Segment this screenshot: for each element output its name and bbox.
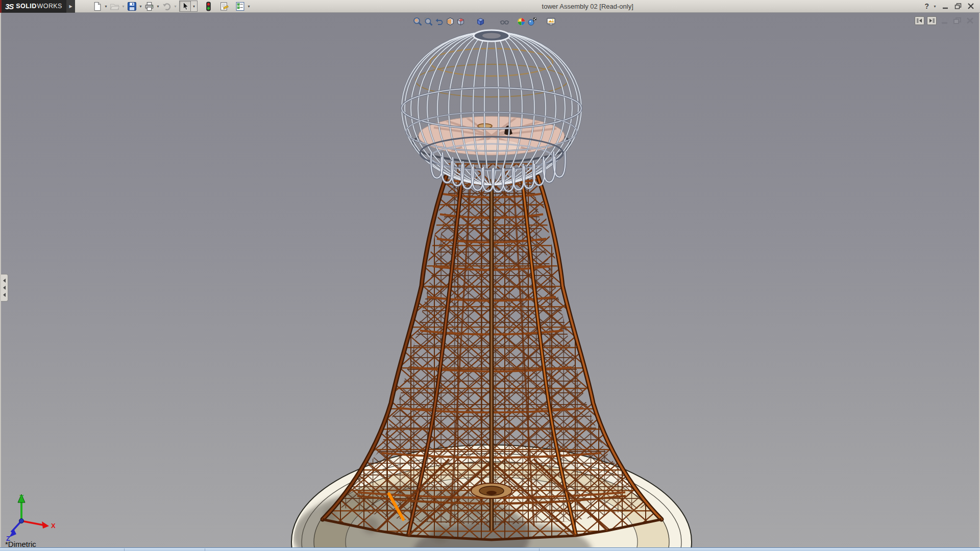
- save-dropdown[interactable]: ▾: [138, 4, 143, 9]
- feature-panel-handle[interactable]: [1, 274, 8, 302]
- zoom-to-fit-button[interactable]: [412, 16, 423, 27]
- open-dropdown[interactable]: ▾: [120, 4, 126, 9]
- section-view-icon: [445, 17, 455, 27]
- window-title: tower Assembly 02 [Read-only]: [252, 3, 923, 10]
- close-icon: [967, 3, 974, 9]
- status-separator: [205, 548, 205, 551]
- appearance-sphere-icon: [517, 17, 526, 27]
- edit-appearance-button[interactable]: [516, 16, 527, 27]
- options-button[interactable]: [234, 1, 246, 12]
- brand-word-solid: SOLID: [16, 3, 36, 10]
- view-settings-button[interactable]: [546, 16, 556, 27]
- graphics-viewport[interactable]: Y X Z *Dimetric: [0, 13, 980, 547]
- previous-view-icon: [434, 17, 444, 27]
- headsup-view-toolbar: [412, 16, 556, 27]
- traffic-light-icon: [204, 2, 213, 11]
- rebuild-button[interactable]: [203, 1, 214, 12]
- collapse-left-pane-button[interactable]: [915, 16, 924, 25]
- print-icon: [144, 2, 154, 11]
- view-settings-icon: [546, 17, 556, 27]
- restore-icon: [954, 3, 962, 9]
- expand-right-pane-button[interactable]: [927, 16, 937, 25]
- restore-button[interactable]: [952, 2, 963, 10]
- print-button[interactable]: [143, 1, 155, 12]
- open-folder-icon: [110, 2, 119, 11]
- open-document-button[interactable]: [109, 1, 120, 12]
- ds-monogram: 3S: [5, 2, 13, 11]
- triad-x-label: X: [51, 522, 56, 530]
- zoom-to-area-button[interactable]: [423, 16, 434, 27]
- view-orientation-cube-icon: [456, 17, 465, 27]
- document-close-icon: [966, 17, 974, 24]
- save-button[interactable]: [126, 1, 138, 12]
- options-dropdown[interactable]: ▾: [246, 4, 252, 9]
- model-lattice-tower: [323, 163, 662, 540]
- display-style-button[interactable]: [475, 16, 486, 27]
- collapse-arrow-icon: [3, 293, 6, 297]
- document-window-controls: [915, 16, 975, 25]
- new-document-icon: [92, 2, 102, 11]
- view-orientation-label: *Dimetric: [5, 540, 36, 547]
- previous-view-button[interactable]: [434, 16, 445, 27]
- undo-dropdown[interactable]: ▾: [173, 4, 178, 9]
- undo-icon: [162, 2, 172, 11]
- view-orientation-button[interactable]: [455, 16, 466, 27]
- section-view-button[interactable]: [445, 16, 455, 27]
- menu-flyout-arrow[interactable]: ▶: [66, 0, 75, 13]
- triad-y-label: Y: [19, 493, 24, 501]
- hide-show-items-button[interactable]: [499, 16, 510, 27]
- status-separator: [124, 548, 125, 551]
- eyeglasses-icon: [500, 17, 509, 27]
- minimize-button[interactable]: [940, 2, 950, 10]
- zoom-to-fit-icon: [413, 17, 423, 27]
- status-bar-strip: [0, 547, 980, 551]
- options-checklist-icon: [235, 2, 245, 11]
- brand-word-works: WORKS: [37, 3, 62, 10]
- select-tool-group: ▾: [179, 1, 198, 12]
- reference-triad[interactable]: Y X Z: [5, 492, 58, 541]
- zoom-to-area-icon: [424, 17, 433, 27]
- help-dropdown[interactable]: ▾: [932, 4, 938, 9]
- new-dropdown[interactable]: ▾: [103, 4, 109, 9]
- print-dropdown[interactable]: ▾: [155, 4, 161, 9]
- status-separator: [539, 548, 540, 551]
- apply-scene-icon: [527, 17, 537, 27]
- flyout-arrow-icon: ▶: [69, 4, 72, 9]
- expand-right-icon: [928, 18, 935, 23]
- help-button[interactable]: ?: [923, 2, 930, 10]
- document-close-button[interactable]: [965, 17, 975, 25]
- display-style-cube-icon: [476, 17, 485, 27]
- file-properties-button[interactable]: [218, 1, 230, 12]
- solidworks-logo: 3S SOLID WORKS: [0, 0, 66, 13]
- select-tool-button[interactable]: [179, 1, 191, 12]
- document-restore-button[interactable]: [952, 17, 962, 25]
- file-properties-icon: [219, 2, 229, 11]
- cursor-arrow-icon: [180, 2, 190, 11]
- undo-button[interactable]: [161, 1, 173, 12]
- save-floppy-icon: [127, 2, 137, 11]
- document-minimize-icon: [941, 17, 948, 24]
- titlebar: 3S SOLID WORKS ▶ ▾ ▾: [0, 0, 980, 13]
- select-tool-dropdown[interactable]: ▾: [191, 1, 198, 12]
- close-button[interactable]: [965, 2, 976, 10]
- document-minimize-button[interactable]: [939, 17, 949, 25]
- window-controls: ? ▾: [923, 2, 980, 10]
- collapse-arrow-icon: [3, 286, 6, 290]
- collapse-left-icon: [916, 18, 923, 23]
- collapse-arrow-icon: [3, 279, 6, 283]
- new-document-button[interactable]: [91, 1, 103, 12]
- main-toolbar: ▾ ▾ ▾ ▾: [91, 0, 252, 13]
- document-restore-icon: [953, 17, 961, 24]
- minimize-icon: [942, 3, 949, 9]
- apply-scene-button[interactable]: [527, 16, 537, 27]
- model-spiral-well: [471, 483, 512, 498]
- model-tower-assembly: [0, 13, 980, 547]
